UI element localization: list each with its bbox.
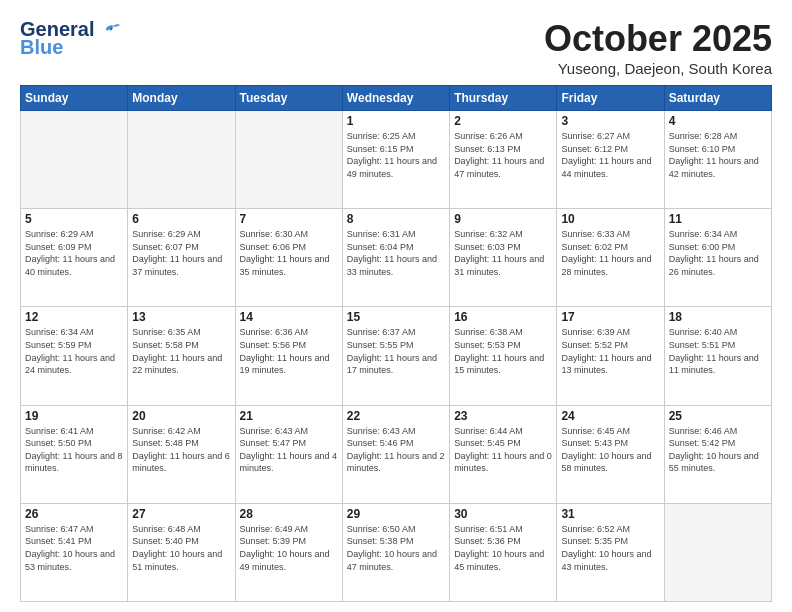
- day-number: 15: [347, 310, 445, 324]
- page: General Blue October 2025 Yuseong, Daeje…: [0, 0, 792, 612]
- day-info: Sunrise: 6:25 AM Sunset: 6:15 PM Dayligh…: [347, 130, 445, 180]
- day-info: Sunrise: 6:38 AM Sunset: 5:53 PM Dayligh…: [454, 326, 552, 376]
- day-number: 18: [669, 310, 767, 324]
- calendar-day-header: Thursday: [450, 86, 557, 111]
- calendar-day-cell: 28Sunrise: 6:49 AM Sunset: 5:39 PM Dayli…: [235, 503, 342, 601]
- day-info: Sunrise: 6:49 AM Sunset: 5:39 PM Dayligh…: [240, 523, 338, 573]
- calendar-day-cell: 8Sunrise: 6:31 AM Sunset: 6:04 PM Daylig…: [342, 209, 449, 307]
- day-info: Sunrise: 6:28 AM Sunset: 6:10 PM Dayligh…: [669, 130, 767, 180]
- calendar-day-cell: [128, 111, 235, 209]
- calendar-day-header: Wednesday: [342, 86, 449, 111]
- calendar-day-cell: 16Sunrise: 6:38 AM Sunset: 5:53 PM Dayli…: [450, 307, 557, 405]
- day-info: Sunrise: 6:31 AM Sunset: 6:04 PM Dayligh…: [347, 228, 445, 278]
- day-info: Sunrise: 6:50 AM Sunset: 5:38 PM Dayligh…: [347, 523, 445, 573]
- day-info: Sunrise: 6:35 AM Sunset: 5:58 PM Dayligh…: [132, 326, 230, 376]
- calendar-day-cell: 14Sunrise: 6:36 AM Sunset: 5:56 PM Dayli…: [235, 307, 342, 405]
- calendar-day-cell: 24Sunrise: 6:45 AM Sunset: 5:43 PM Dayli…: [557, 405, 664, 503]
- day-info: Sunrise: 6:34 AM Sunset: 5:59 PM Dayligh…: [25, 326, 123, 376]
- calendar-day-header: Sunday: [21, 86, 128, 111]
- calendar-day-cell: 9Sunrise: 6:32 AM Sunset: 6:03 PM Daylig…: [450, 209, 557, 307]
- logo-blue: Blue: [20, 36, 63, 59]
- day-info: Sunrise: 6:43 AM Sunset: 5:46 PM Dayligh…: [347, 425, 445, 475]
- day-info: Sunrise: 6:42 AM Sunset: 5:48 PM Dayligh…: [132, 425, 230, 475]
- calendar-day-cell: 19Sunrise: 6:41 AM Sunset: 5:50 PM Dayli…: [21, 405, 128, 503]
- calendar-day-cell: 30Sunrise: 6:51 AM Sunset: 5:36 PM Dayli…: [450, 503, 557, 601]
- calendar-day-cell: 27Sunrise: 6:48 AM Sunset: 5:40 PM Dayli…: [128, 503, 235, 601]
- calendar-day-header: Saturday: [664, 86, 771, 111]
- calendar-week-row: 12Sunrise: 6:34 AM Sunset: 5:59 PM Dayli…: [21, 307, 772, 405]
- day-number: 31: [561, 507, 659, 521]
- calendar-day-cell: [664, 503, 771, 601]
- logo-bird-icon: [104, 22, 122, 36]
- day-number: 19: [25, 409, 123, 423]
- calendar-week-row: 19Sunrise: 6:41 AM Sunset: 5:50 PM Dayli…: [21, 405, 772, 503]
- calendar-day-cell: 17Sunrise: 6:39 AM Sunset: 5:52 PM Dayli…: [557, 307, 664, 405]
- day-info: Sunrise: 6:44 AM Sunset: 5:45 PM Dayligh…: [454, 425, 552, 475]
- day-info: Sunrise: 6:37 AM Sunset: 5:55 PM Dayligh…: [347, 326, 445, 376]
- day-info: Sunrise: 6:51 AM Sunset: 5:36 PM Dayligh…: [454, 523, 552, 573]
- day-info: Sunrise: 6:47 AM Sunset: 5:41 PM Dayligh…: [25, 523, 123, 573]
- day-number: 29: [347, 507, 445, 521]
- calendar-day-header: Monday: [128, 86, 235, 111]
- day-number: 4: [669, 114, 767, 128]
- title-section: October 2025 Yuseong, Daejeon, South Kor…: [544, 18, 772, 77]
- calendar-day-cell: 31Sunrise: 6:52 AM Sunset: 5:35 PM Dayli…: [557, 503, 664, 601]
- day-number: 22: [347, 409, 445, 423]
- day-number: 3: [561, 114, 659, 128]
- calendar-day-cell: 29Sunrise: 6:50 AM Sunset: 5:38 PM Dayli…: [342, 503, 449, 601]
- day-number: 8: [347, 212, 445, 226]
- calendar-day-cell: 7Sunrise: 6:30 AM Sunset: 6:06 PM Daylig…: [235, 209, 342, 307]
- calendar-week-row: 1Sunrise: 6:25 AM Sunset: 6:15 PM Daylig…: [21, 111, 772, 209]
- day-number: 7: [240, 212, 338, 226]
- day-info: Sunrise: 6:36 AM Sunset: 5:56 PM Dayligh…: [240, 326, 338, 376]
- day-number: 30: [454, 507, 552, 521]
- day-number: 28: [240, 507, 338, 521]
- calendar-day-cell: [21, 111, 128, 209]
- calendar-day-cell: 5Sunrise: 6:29 AM Sunset: 6:09 PM Daylig…: [21, 209, 128, 307]
- calendar-day-cell: 12Sunrise: 6:34 AM Sunset: 5:59 PM Dayli…: [21, 307, 128, 405]
- day-info: Sunrise: 6:33 AM Sunset: 6:02 PM Dayligh…: [561, 228, 659, 278]
- day-number: 6: [132, 212, 230, 226]
- day-info: Sunrise: 6:29 AM Sunset: 6:07 PM Dayligh…: [132, 228, 230, 278]
- day-info: Sunrise: 6:39 AM Sunset: 5:52 PM Dayligh…: [561, 326, 659, 376]
- day-number: 14: [240, 310, 338, 324]
- day-number: 21: [240, 409, 338, 423]
- day-info: Sunrise: 6:46 AM Sunset: 5:42 PM Dayligh…: [669, 425, 767, 475]
- day-number: 2: [454, 114, 552, 128]
- day-number: 10: [561, 212, 659, 226]
- calendar-day-cell: 2Sunrise: 6:26 AM Sunset: 6:13 PM Daylig…: [450, 111, 557, 209]
- day-number: 23: [454, 409, 552, 423]
- calendar-day-cell: [235, 111, 342, 209]
- calendar-day-cell: 26Sunrise: 6:47 AM Sunset: 5:41 PM Dayli…: [21, 503, 128, 601]
- day-info: Sunrise: 6:48 AM Sunset: 5:40 PM Dayligh…: [132, 523, 230, 573]
- day-info: Sunrise: 6:45 AM Sunset: 5:43 PM Dayligh…: [561, 425, 659, 475]
- day-number: 9: [454, 212, 552, 226]
- day-number: 24: [561, 409, 659, 423]
- day-info: Sunrise: 6:43 AM Sunset: 5:47 PM Dayligh…: [240, 425, 338, 475]
- calendar-day-cell: 23Sunrise: 6:44 AM Sunset: 5:45 PM Dayli…: [450, 405, 557, 503]
- day-number: 13: [132, 310, 230, 324]
- day-number: 25: [669, 409, 767, 423]
- logo: General Blue: [20, 18, 120, 59]
- calendar-day-cell: 11Sunrise: 6:34 AM Sunset: 6:00 PM Dayli…: [664, 209, 771, 307]
- calendar-table: SundayMondayTuesdayWednesdayThursdayFrid…: [20, 85, 772, 602]
- day-info: Sunrise: 6:29 AM Sunset: 6:09 PM Dayligh…: [25, 228, 123, 278]
- calendar-day-cell: 3Sunrise: 6:27 AM Sunset: 6:12 PM Daylig…: [557, 111, 664, 209]
- calendar-week-row: 26Sunrise: 6:47 AM Sunset: 5:41 PM Dayli…: [21, 503, 772, 601]
- day-info: Sunrise: 6:30 AM Sunset: 6:06 PM Dayligh…: [240, 228, 338, 278]
- calendar-header-row: SundayMondayTuesdayWednesdayThursdayFrid…: [21, 86, 772, 111]
- day-number: 12: [25, 310, 123, 324]
- calendar-day-cell: 6Sunrise: 6:29 AM Sunset: 6:07 PM Daylig…: [128, 209, 235, 307]
- day-info: Sunrise: 6:40 AM Sunset: 5:51 PM Dayligh…: [669, 326, 767, 376]
- header: General Blue October 2025 Yuseong, Daeje…: [20, 18, 772, 77]
- day-number: 1: [347, 114, 445, 128]
- day-number: 26: [25, 507, 123, 521]
- day-info: Sunrise: 6:32 AM Sunset: 6:03 PM Dayligh…: [454, 228, 552, 278]
- month-title: October 2025: [544, 18, 772, 60]
- calendar-day-header: Tuesday: [235, 86, 342, 111]
- calendar-day-cell: 15Sunrise: 6:37 AM Sunset: 5:55 PM Dayli…: [342, 307, 449, 405]
- day-number: 27: [132, 507, 230, 521]
- day-number: 20: [132, 409, 230, 423]
- day-info: Sunrise: 6:52 AM Sunset: 5:35 PM Dayligh…: [561, 523, 659, 573]
- calendar-day-cell: 25Sunrise: 6:46 AM Sunset: 5:42 PM Dayli…: [664, 405, 771, 503]
